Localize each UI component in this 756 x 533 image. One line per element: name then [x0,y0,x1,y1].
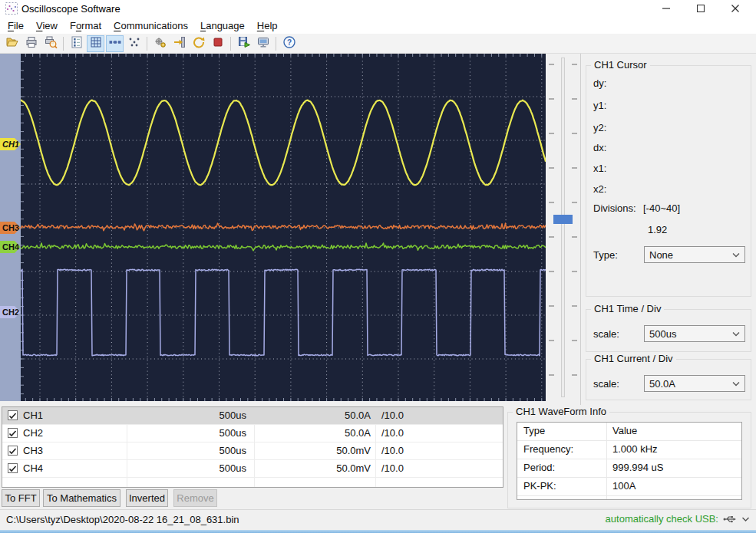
maximize-button[interactable] [687,0,714,17]
connect-device-icon [173,35,187,51]
to-fft-button[interactable]: To FFT [2,489,40,507]
timediv-groupbox: CH1 Time / Div scale: 500us [586,309,751,352]
cursor-field-x1: x1: [593,163,606,174]
waveform-info-table: TypeValueFrequency:1.000 kHzPeriod:999.9… [517,422,742,500]
print-preview-icon [44,35,58,51]
chevron-down-icon [732,381,740,387]
timediv-scale-label: scale: [593,328,619,340]
toolbar-help-button[interactable]: ? [280,35,298,52]
toolbar-print-preview-button[interactable] [41,35,59,52]
timediv-groupbox-title: CH1 Time / Div [591,303,664,314]
toolbar-channel-list-button[interactable] [68,35,85,52]
toolbar-refresh-button[interactable] [190,35,207,52]
grid-display-icon [89,35,103,51]
currentdiv-select[interactable]: 50.0A [644,375,745,392]
table-row-ch1[interactable]: CH1500us50.0A/10.0 [2,407,503,425]
toolbar-settings-button[interactable] [151,35,169,52]
waveform-info-title: CH1 WaveForm Info [513,406,609,417]
slider-track[interactable] [561,58,565,397]
channel-tag-ch3[interactable]: CH3 [0,222,21,234]
info-type: Period: [523,462,555,473]
cursor-field-dy: dy: [593,77,606,89]
menu-item-format[interactable]: Format [64,18,107,34]
currentdiv-groupbox: CH1 Current / Div scale: 50.0A [586,359,751,400]
refresh-icon [192,35,206,51]
cursor-field-y2: y2: [593,122,606,133]
timediv-select[interactable]: 500us [644,325,745,342]
currentdiv-value: 50.0A [649,378,675,390]
menu-item-communications[interactable]: Communications [108,18,193,34]
channel-timediv: 500us [2,462,246,474]
toolbar-save-data-button[interactable] [235,35,253,52]
channel-tag-ch4[interactable]: CH4 [0,241,21,253]
window-bottom-edge [0,530,756,533]
toolbar-connect-device-button[interactable] [170,35,188,52]
inverted-button[interactable]: Inverted [126,489,168,507]
waveform-info-groupbox: CH1 WaveForm Info TypeValueFrequency:1.0… [507,412,751,508]
info-type: PK-PK: [523,480,556,492]
vertical-position-slider [546,54,581,401]
channel-probe-ratio: /10.0 [381,445,404,456]
menu-item-view[interactable]: View [31,18,63,34]
toolbar-separator [63,37,64,51]
menu-item-language[interactable]: Language [195,18,250,34]
table-row-ch4[interactable]: CH4500us50.0mV/10.0 [2,460,503,478]
info-header-row: TypeValue [517,423,741,441]
channel-scale: 50.0A [249,410,371,421]
table-row-ch3[interactable]: CH3500us50.0mV/10.0 [2,443,503,460]
maximize-icon [697,5,705,12]
to-mathematics-button[interactable]: To Mathematics [43,489,120,507]
remove-button: Remove [173,489,217,507]
toolbar-open-file-button[interactable] [3,35,21,52]
info-value: 999.994 uS [612,462,664,473]
cursor-groupbox: CH1 Cursor dy:y1:y2:dx:x1:x2: Divisions:… [586,65,751,297]
table-row-ch2[interactable]: CH2500us50.0A/10.0 [2,425,503,443]
toolbar-dotted-line-button[interactable] [106,35,124,52]
usb-check-label: automatically check USB: [606,513,718,525]
title-bar: Oscilloscope Software [0,0,756,17]
channel-timediv: 500us [2,445,246,456]
dotted-line-icon [108,35,122,51]
channel-table: CH1500us50.0A/10.0CH2500us50.0A/10.0CH35… [2,406,503,488]
toolbar-sample-points-button[interactable] [125,35,143,52]
scope-display[interactable] [21,54,546,401]
channel-tag-ch2[interactable]: CH2 [0,306,21,318]
menu-item-help[interactable]: Help [252,18,283,34]
cursor-field-dx: dx: [593,142,606,153]
channel-tag-ch1[interactable]: CH1 [0,138,21,150]
sample-points-icon [127,35,141,51]
timediv-value: 500us [649,328,676,340]
toolbar-screen-capture-button[interactable] [254,35,272,52]
screen-capture-icon [256,35,270,51]
settings-icon [154,35,167,51]
info-value: 100A [612,480,636,492]
cursor-field-x2: x2: [593,183,606,195]
print-icon [25,35,38,51]
stop-icon [211,35,225,51]
slider-handle[interactable] [553,215,573,224]
minimize-button[interactable] [652,0,679,17]
channel-probe-ratio: /10.0 [381,462,404,474]
toolbar-stop-button[interactable] [209,35,226,52]
close-button[interactable] [721,0,748,17]
cursor-type-select[interactable]: None [644,246,745,263]
chevron-down-icon [732,331,740,337]
toolbar-separator [147,37,147,51]
toolbar-grid-display-button[interactable] [87,35,104,52]
info-value: Value [612,425,637,436]
cursor-field-y1: y1: [593,100,606,111]
channel-timediv: 500us [2,410,246,421]
toolbar-print-button[interactable] [22,35,40,52]
channel-scale: 50.0mV [249,462,371,474]
channel-timediv: 500us [2,427,246,439]
divisions-label: Divisions: [593,202,636,214]
menu-item-file[interactable]: File [2,18,29,34]
usb-dropdown-chevron-icon[interactable] [741,516,750,522]
usb-icon [723,515,737,524]
app-icon [5,2,18,15]
info-row: Frequency:1.000 kHz [517,441,741,459]
toolbar: ? [0,34,756,54]
file-path: C:\Users\tyz\Desktop\2020-08-22 16_21_08… [6,514,239,525]
slider-ticks-left [549,64,554,393]
channel-label-gutter: CH1CH3CH4CH2 [0,54,21,401]
